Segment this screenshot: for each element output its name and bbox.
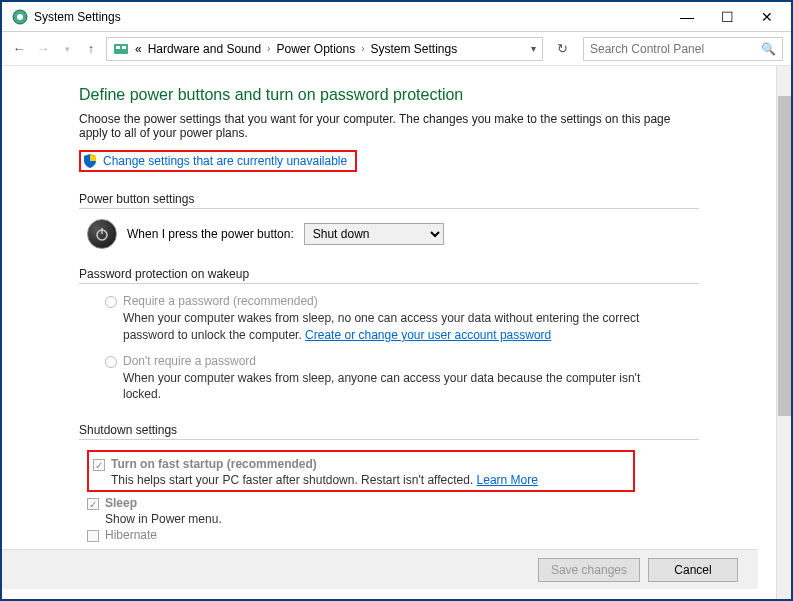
svg-point-1 (17, 14, 23, 20)
breadcrumb-power[interactable]: Power Options (276, 42, 355, 56)
power-button-label: When I press the power button: (127, 227, 294, 241)
scrollbar-thumb[interactable] (778, 96, 791, 416)
change-settings-link[interactable]: Change settings that are currently unava… (103, 154, 347, 168)
minimize-button[interactable]: — (667, 3, 707, 31)
power-icon (87, 219, 117, 249)
hibernate-label: Hibernate (105, 528, 157, 542)
up-button[interactable]: ↑ (82, 40, 100, 58)
breadcrumb-dropdown-icon[interactable]: ▾ (531, 43, 536, 54)
close-button[interactable]: ✕ (747, 3, 787, 31)
fast-startup-checkbox: ✓ (93, 459, 105, 471)
page-heading: Define power buttons and turn on passwor… (79, 86, 699, 104)
sleep-label: Sleep (105, 496, 137, 510)
svg-rect-3 (116, 46, 120, 49)
scrollbar[interactable] (776, 66, 791, 599)
content-area: Define power buttons and turn on passwor… (2, 66, 776, 599)
window-title: System Settings (34, 10, 667, 24)
power-button-select[interactable]: Shut down (304, 223, 444, 245)
sleep-desc: Show in Power menu. (105, 512, 699, 526)
change-settings-highlight: Change settings that are currently unava… (79, 150, 357, 172)
shield-icon (83, 154, 97, 168)
cancel-button[interactable]: Cancel (648, 558, 738, 582)
learn-more-link[interactable]: Learn More (477, 473, 538, 487)
power-button-section-header: Power button settings (79, 192, 699, 209)
dont-require-label: Don't require a password (123, 354, 256, 368)
control-panel-icon (113, 41, 129, 57)
create-password-link[interactable]: Create or change your user account passw… (305, 328, 551, 342)
sleep-checkbox: ✓ (87, 498, 99, 510)
breadcrumb-hardware[interactable]: Hardware and Sound (148, 42, 261, 56)
titlebar: System Settings — ☐ ✕ (2, 2, 791, 32)
maximize-button[interactable]: ☐ (707, 3, 747, 31)
navbar: ← → ▾ ↑ « Hardware and Sound › Power Opt… (2, 32, 791, 66)
require-password-radio (105, 296, 117, 308)
breadcrumb-sep-icon: › (361, 43, 364, 54)
dont-require-desc: When your computer wakes from sleep, any… (123, 370, 663, 404)
fast-startup-label: Turn on fast startup (recommended) (111, 457, 317, 471)
app-icon (12, 9, 28, 25)
search-box[interactable]: 🔍 (583, 37, 783, 61)
forward-button[interactable]: → (34, 40, 52, 58)
refresh-button[interactable]: ↻ (553, 40, 571, 58)
recent-dropdown[interactable]: ▾ (58, 40, 76, 58)
breadcrumb-system[interactable]: System Settings (371, 42, 458, 56)
breadcrumb[interactable]: « Hardware and Sound › Power Options › S… (106, 37, 543, 61)
breadcrumb-sep-icon: › (267, 43, 270, 54)
fast-startup-desc: This helps start your PC faster after sh… (111, 473, 629, 487)
back-button[interactable]: ← (10, 40, 28, 58)
footer-bar: Save changes Cancel (2, 549, 758, 589)
require-password-label: Require a password (recommended) (123, 294, 318, 308)
save-button[interactable]: Save changes (538, 558, 640, 582)
search-icon[interactable]: 🔍 (761, 42, 776, 56)
password-section-header: Password protection on wakeup (79, 267, 699, 284)
hibernate-checkbox (87, 530, 99, 542)
fast-startup-highlight: ✓ Turn on fast startup (recommended) Thi… (87, 450, 635, 492)
search-input[interactable] (590, 42, 761, 56)
require-password-desc: When your computer wakes from sleep, no … (123, 310, 663, 344)
dont-require-radio (105, 356, 117, 368)
breadcrumb-chevrons: « (135, 42, 142, 56)
shutdown-section-header: Shutdown settings (79, 423, 699, 440)
page-description: Choose the power settings that you want … (79, 112, 699, 140)
svg-rect-4 (122, 46, 126, 49)
